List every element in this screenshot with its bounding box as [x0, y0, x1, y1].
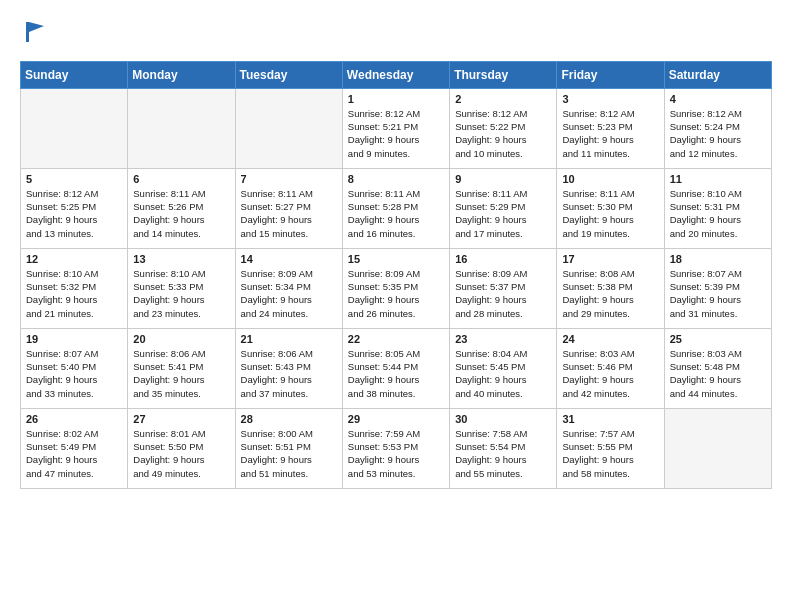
day-cell: 28Sunrise: 8:00 AMSunset: 5:51 PMDayligh… — [235, 408, 342, 488]
page: SundayMondayTuesdayWednesdayThursdayFrid… — [0, 0, 792, 507]
day-info: Sunrise: 8:01 AMSunset: 5:50 PMDaylight:… — [133, 427, 229, 480]
weekday-wednesday: Wednesday — [342, 61, 449, 88]
weekday-monday: Monday — [128, 61, 235, 88]
day-number: 12 — [26, 253, 122, 265]
day-number: 15 — [348, 253, 444, 265]
day-number: 14 — [241, 253, 337, 265]
day-cell: 29Sunrise: 7:59 AMSunset: 5:53 PMDayligh… — [342, 408, 449, 488]
day-info: Sunrise: 8:00 AMSunset: 5:51 PMDaylight:… — [241, 427, 337, 480]
day-number: 10 — [562, 173, 658, 185]
day-info: Sunrise: 8:10 AMSunset: 5:32 PMDaylight:… — [26, 267, 122, 320]
day-number: 20 — [133, 333, 229, 345]
day-info: Sunrise: 7:58 AMSunset: 5:54 PMDaylight:… — [455, 427, 551, 480]
day-number: 28 — [241, 413, 337, 425]
weekday-saturday: Saturday — [664, 61, 771, 88]
day-number: 9 — [455, 173, 551, 185]
day-info: Sunrise: 8:02 AMSunset: 5:49 PMDaylight:… — [26, 427, 122, 480]
day-info: Sunrise: 8:09 AMSunset: 5:34 PMDaylight:… — [241, 267, 337, 320]
day-cell: 23Sunrise: 8:04 AMSunset: 5:45 PMDayligh… — [450, 328, 557, 408]
day-cell — [128, 88, 235, 168]
day-info: Sunrise: 8:07 AMSunset: 5:39 PMDaylight:… — [670, 267, 766, 320]
day-cell: 10Sunrise: 8:11 AMSunset: 5:30 PMDayligh… — [557, 168, 664, 248]
day-info: Sunrise: 8:12 AMSunset: 5:24 PMDaylight:… — [670, 107, 766, 160]
week-row-2: 5Sunrise: 8:12 AMSunset: 5:25 PMDaylight… — [21, 168, 772, 248]
weekday-header-row: SundayMondayTuesdayWednesdayThursdayFrid… — [21, 61, 772, 88]
day-info: Sunrise: 8:08 AMSunset: 5:38 PMDaylight:… — [562, 267, 658, 320]
day-number: 26 — [26, 413, 122, 425]
day-info: Sunrise: 7:59 AMSunset: 5:53 PMDaylight:… — [348, 427, 444, 480]
day-cell: 9Sunrise: 8:11 AMSunset: 5:29 PMDaylight… — [450, 168, 557, 248]
day-cell — [235, 88, 342, 168]
day-number: 8 — [348, 173, 444, 185]
day-cell: 11Sunrise: 8:10 AMSunset: 5:31 PMDayligh… — [664, 168, 771, 248]
day-cell: 14Sunrise: 8:09 AMSunset: 5:34 PMDayligh… — [235, 248, 342, 328]
day-number: 5 — [26, 173, 122, 185]
day-number: 16 — [455, 253, 551, 265]
day-info: Sunrise: 8:04 AMSunset: 5:45 PMDaylight:… — [455, 347, 551, 400]
day-info: Sunrise: 8:07 AMSunset: 5:40 PMDaylight:… — [26, 347, 122, 400]
weekday-thursday: Thursday — [450, 61, 557, 88]
day-cell: 2Sunrise: 8:12 AMSunset: 5:22 PMDaylight… — [450, 88, 557, 168]
day-cell: 25Sunrise: 8:03 AMSunset: 5:48 PMDayligh… — [664, 328, 771, 408]
day-info: Sunrise: 8:11 AMSunset: 5:26 PMDaylight:… — [133, 187, 229, 240]
day-number: 3 — [562, 93, 658, 105]
day-info: Sunrise: 8:03 AMSunset: 5:48 PMDaylight:… — [670, 347, 766, 400]
day-number: 17 — [562, 253, 658, 265]
day-info: Sunrise: 8:12 AMSunset: 5:23 PMDaylight:… — [562, 107, 658, 160]
day-number: 31 — [562, 413, 658, 425]
day-number: 27 — [133, 413, 229, 425]
day-number: 7 — [241, 173, 337, 185]
day-number: 11 — [670, 173, 766, 185]
day-cell: 6Sunrise: 8:11 AMSunset: 5:26 PMDaylight… — [128, 168, 235, 248]
day-number: 4 — [670, 93, 766, 105]
day-cell: 7Sunrise: 8:11 AMSunset: 5:27 PMDaylight… — [235, 168, 342, 248]
day-cell: 24Sunrise: 8:03 AMSunset: 5:46 PMDayligh… — [557, 328, 664, 408]
svg-marker-0 — [26, 22, 44, 42]
day-cell: 31Sunrise: 7:57 AMSunset: 5:55 PMDayligh… — [557, 408, 664, 488]
day-cell: 17Sunrise: 8:08 AMSunset: 5:38 PMDayligh… — [557, 248, 664, 328]
day-cell: 5Sunrise: 8:12 AMSunset: 5:25 PMDaylight… — [21, 168, 128, 248]
day-cell: 16Sunrise: 8:09 AMSunset: 5:37 PMDayligh… — [450, 248, 557, 328]
day-info: Sunrise: 8:06 AMSunset: 5:43 PMDaylight:… — [241, 347, 337, 400]
day-info: Sunrise: 8:11 AMSunset: 5:28 PMDaylight:… — [348, 187, 444, 240]
day-number: 6 — [133, 173, 229, 185]
week-row-1: 1Sunrise: 8:12 AMSunset: 5:21 PMDaylight… — [21, 88, 772, 168]
week-row-5: 26Sunrise: 8:02 AMSunset: 5:49 PMDayligh… — [21, 408, 772, 488]
header — [20, 18, 772, 47]
day-cell: 3Sunrise: 8:12 AMSunset: 5:23 PMDaylight… — [557, 88, 664, 168]
day-number: 24 — [562, 333, 658, 345]
day-number: 13 — [133, 253, 229, 265]
weekday-sunday: Sunday — [21, 61, 128, 88]
day-cell: 12Sunrise: 8:10 AMSunset: 5:32 PMDayligh… — [21, 248, 128, 328]
weekday-friday: Friday — [557, 61, 664, 88]
day-number: 19 — [26, 333, 122, 345]
day-number: 29 — [348, 413, 444, 425]
day-info: Sunrise: 8:12 AMSunset: 5:22 PMDaylight:… — [455, 107, 551, 160]
day-number: 1 — [348, 93, 444, 105]
day-info: Sunrise: 8:10 AMSunset: 5:31 PMDaylight:… — [670, 187, 766, 240]
day-cell: 19Sunrise: 8:07 AMSunset: 5:40 PMDayligh… — [21, 328, 128, 408]
day-info: Sunrise: 8:11 AMSunset: 5:29 PMDaylight:… — [455, 187, 551, 240]
day-cell: 18Sunrise: 8:07 AMSunset: 5:39 PMDayligh… — [664, 248, 771, 328]
day-cell — [21, 88, 128, 168]
day-info: Sunrise: 7:57 AMSunset: 5:55 PMDaylight:… — [562, 427, 658, 480]
day-info: Sunrise: 8:06 AMSunset: 5:41 PMDaylight:… — [133, 347, 229, 400]
day-cell: 27Sunrise: 8:01 AMSunset: 5:50 PMDayligh… — [128, 408, 235, 488]
day-number: 30 — [455, 413, 551, 425]
day-info: Sunrise: 8:09 AMSunset: 5:35 PMDaylight:… — [348, 267, 444, 320]
day-cell: 30Sunrise: 7:58 AMSunset: 5:54 PMDayligh… — [450, 408, 557, 488]
day-info: Sunrise: 8:03 AMSunset: 5:46 PMDaylight:… — [562, 347, 658, 400]
day-cell: 8Sunrise: 8:11 AMSunset: 5:28 PMDaylight… — [342, 168, 449, 248]
logo — [20, 18, 50, 47]
day-number: 25 — [670, 333, 766, 345]
day-info: Sunrise: 8:11 AMSunset: 5:27 PMDaylight:… — [241, 187, 337, 240]
day-number: 21 — [241, 333, 337, 345]
day-number: 18 — [670, 253, 766, 265]
day-cell — [664, 408, 771, 488]
day-number: 22 — [348, 333, 444, 345]
day-info: Sunrise: 8:10 AMSunset: 5:33 PMDaylight:… — [133, 267, 229, 320]
calendar-table: SundayMondayTuesdayWednesdayThursdayFrid… — [20, 61, 772, 489]
day-cell: 20Sunrise: 8:06 AMSunset: 5:41 PMDayligh… — [128, 328, 235, 408]
day-cell: 15Sunrise: 8:09 AMSunset: 5:35 PMDayligh… — [342, 248, 449, 328]
logo-flag-icon — [22, 18, 50, 46]
